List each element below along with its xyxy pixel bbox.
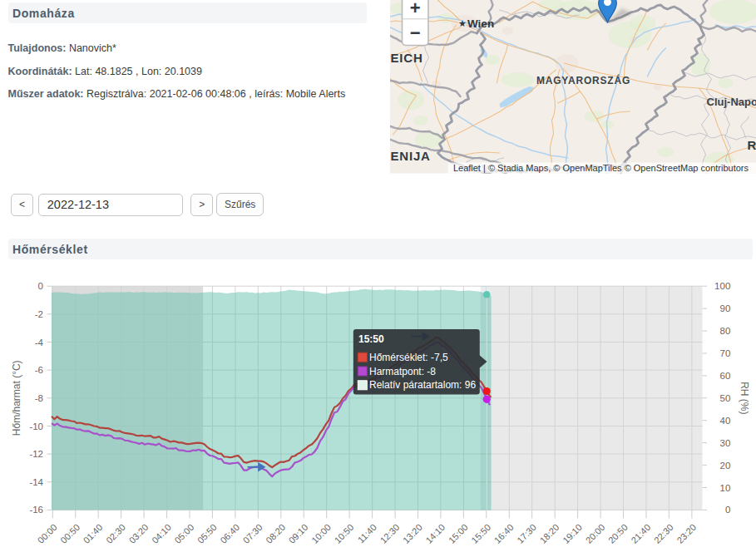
svg-text:11:40: 11:40 [356,522,378,545]
svg-text:13:20: 13:20 [401,522,424,545]
svg-text:-4: -4 [35,338,44,348]
svg-text:03:20: 03:20 [127,522,151,545]
svg-text:Harmatpont: -8: Harmatpont: -8 [369,366,436,377]
svg-text:★: ★ [458,18,467,28]
svg-text:-16: -16 [29,505,43,515]
svg-text:ENIJA: ENIJA [390,149,430,163]
svg-text:20: 20 [720,461,731,471]
svg-text:-10: -10 [29,421,43,431]
svg-text:30: 30 [720,438,731,448]
svg-text:02:30: 02:30 [104,522,127,545]
svg-text:0: 0 [38,281,43,291]
svg-text:17:30: 17:30 [515,522,538,545]
svg-text:-6: -6 [35,365,43,375]
svg-text:12:30: 12:30 [378,522,402,545]
svg-text:90: 90 [720,303,731,313]
svg-text:01:40: 01:40 [82,522,105,545]
svg-text:07:30: 07:30 [241,522,264,545]
svg-text:EICH: EICH [390,51,422,65]
svg-text:Wien: Wien [467,17,494,30]
svg-text:08:20: 08:20 [264,522,287,545]
svg-text:70: 70 [720,348,731,358]
svg-text:-14: -14 [29,477,43,487]
svg-text:-12: -12 [29,449,43,459]
svg-text:60: 60 [720,371,731,381]
svg-text:MAGYARORSZÁG: MAGYARORSZÁG [536,74,630,86]
svg-text:40: 40 [720,416,731,426]
svg-text:09:10: 09:10 [287,522,310,545]
svg-text:00:00: 00:00 [36,522,59,545]
svg-text:22:30: 22:30 [652,522,675,545]
svg-text:10: 10 [720,483,731,493]
svg-text:19:10: 19:10 [561,522,584,545]
svg-text:−: − [409,22,420,43]
svg-text:15:00: 15:00 [447,522,470,545]
svg-text:15:50: 15:50 [469,522,492,545]
svg-text:06:40: 06:40 [218,522,241,545]
svg-text:20:00: 20:00 [584,522,607,545]
svg-text:10:50: 10:50 [333,522,356,545]
svg-text:05:00: 05:00 [172,522,195,545]
svg-text:14:10: 14:10 [423,522,447,545]
svg-text:16:40: 16:40 [492,522,516,545]
svg-text:00:50: 00:50 [58,522,82,545]
svg-text:04:10: 04:10 [150,522,173,545]
svg-text:18:20: 18:20 [538,522,561,545]
svg-text:R: R [747,138,756,152]
svg-text:21:40: 21:40 [629,522,652,545]
svg-text:+: + [409,0,420,18]
svg-text:-2: -2 [35,309,43,319]
svg-text:Leaflet | © Stadia Maps, © Ope: Leaflet | © Stadia Maps, © OpenMapTiles … [452,163,749,173]
svg-text:Relatív páratartalom: 96: Relatív páratartalom: 96 [369,379,476,391]
svg-text:-8: -8 [35,393,43,403]
svg-text:Cluj-Napo: Cluj-Napo [706,96,756,108]
svg-text:05:50: 05:50 [195,522,219,545]
svg-text:20:50: 20:50 [606,522,630,545]
svg-text:23:20: 23:20 [674,522,698,545]
svg-text:50: 50 [720,393,731,403]
svg-text:15:50: 15:50 [358,333,384,345]
svg-text:100: 100 [714,281,730,291]
svg-text:0: 0 [725,505,730,515]
svg-text:Hőm/harmat (°C): Hőm/harmat (°C) [11,360,22,436]
svg-text:10:00: 10:00 [309,522,333,545]
svg-text:Hőmérséklet: -7,5: Hőmérséklet: -7,5 [369,352,448,363]
svg-text:80: 80 [720,326,731,336]
svg-text:RH (%): RH (%) [739,382,750,414]
